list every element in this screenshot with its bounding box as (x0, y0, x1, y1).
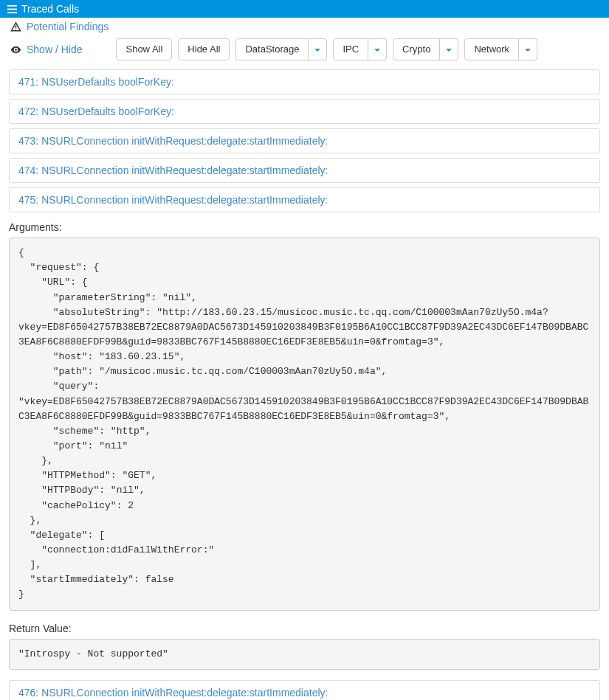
potential-findings-link[interactable]: Potential Findings (27, 21, 109, 32)
hide-all-button[interactable]: Hide All (178, 38, 230, 60)
showhide-row: Show / Hide Show All Hide All DataStorag… (0, 35, 609, 63)
network-dropdown-toggle[interactable] (519, 38, 537, 60)
return-block: "Introspy - Not supported" (9, 639, 600, 670)
call-link[interactable]: 476: NSURLConnection initWithRequest:del… (18, 687, 328, 699)
show-all-button[interactable]: Show All (116, 38, 172, 60)
crypto-dropdown-toggle[interactable] (440, 38, 458, 60)
call-link[interactable]: 473: NSURLConnection initWithRequest:del… (18, 135, 328, 147)
svg-rect-0 (7, 4, 17, 6)
show-hide-link[interactable]: Show / Hide (27, 44, 82, 55)
svg-point-4 (16, 30, 16, 30)
call-item: 474: NSURLConnection initWithRequest:del… (9, 158, 600, 183)
datastorage-button[interactable]: DataStorage (235, 38, 309, 60)
arguments-label: Arguments: (9, 217, 600, 238)
crypto-group: Crypto (393, 38, 458, 60)
call-item-expanded: 475: NSURLConnection initWithRequest:del… (9, 187, 600, 212)
svg-rect-1 (7, 8, 17, 10)
list-icon (7, 4, 17, 14)
caret-down-icon (525, 49, 531, 52)
caret-down-icon (374, 49, 380, 52)
call-item: 472: NSUserDefaults boolForKey: (9, 99, 600, 124)
call-item: 473: NSURLConnection initWithRequest:del… (9, 128, 600, 153)
panel-header: Traced Calls (0, 0, 609, 18)
svg-rect-2 (7, 12, 17, 13)
network-group: Network (464, 38, 537, 60)
warning-icon (10, 21, 21, 32)
eye-icon (10, 44, 21, 55)
call-link[interactable]: 474: NSURLConnection initWithRequest:del… (18, 164, 328, 176)
call-details: Arguments: { "request": { "URL": { "para… (9, 217, 600, 670)
return-label: Return Value: (9, 618, 600, 639)
panel-title: Traced Calls (21, 3, 79, 15)
call-link[interactable]: 472: NSUserDefaults boolForKey: (18, 105, 174, 117)
datastorage-group: DataStorage (235, 38, 327, 60)
crypto-button[interactable]: Crypto (393, 38, 440, 60)
call-link[interactable]: 475: NSURLConnection initWithRequest:del… (18, 194, 328, 206)
findings-row: Potential Findings (0, 18, 609, 35)
call-item: 471: NSUserDefaults boolForKey: (9, 69, 600, 94)
datastorage-dropdown-toggle[interactable] (309, 38, 327, 60)
caret-down-icon (446, 49, 452, 52)
network-button[interactable]: Network (464, 38, 519, 60)
ipc-button[interactable]: IPC (333, 38, 368, 60)
arguments-block: { "request": { "URL": { "parameterString… (9, 238, 600, 610)
call-list: 471: NSUserDefaults boolForKey: 472: NSU… (9, 69, 600, 700)
call-item: 476: NSURLConnection initWithRequest:del… (9, 680, 600, 700)
ipc-group: IPC (333, 38, 387, 60)
ipc-dropdown-toggle[interactable] (368, 38, 387, 60)
filter-toolbar: Show All Hide All DataStorage IPC Crypto… (116, 38, 537, 60)
call-link[interactable]: 471: NSUserDefaults boolForKey: (18, 76, 174, 88)
caret-down-icon (314, 49, 320, 52)
